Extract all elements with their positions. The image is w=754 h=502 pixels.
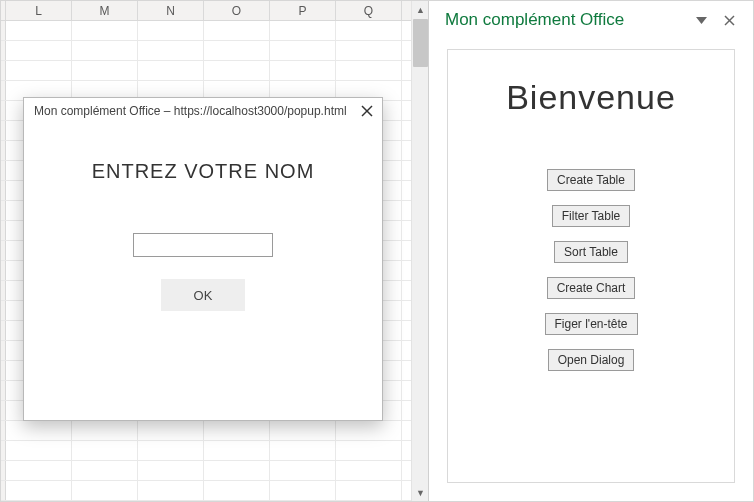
cell[interactable] — [72, 41, 138, 60]
cell[interactable] — [336, 421, 402, 440]
pane-welcome-heading: Bienvenue — [506, 78, 676, 117]
col-header[interactable]: L — [6, 1, 72, 20]
name-input[interactable] — [133, 233, 273, 257]
cell[interactable] — [6, 61, 72, 80]
cell[interactable] — [138, 41, 204, 60]
cell[interactable] — [6, 441, 72, 460]
cell[interactable] — [204, 41, 270, 60]
pane-close-button[interactable] — [715, 6, 743, 34]
cell[interactable] — [204, 421, 270, 440]
scroll-down-button[interactable]: ▼ — [412, 484, 428, 501]
cell[interactable] — [204, 481, 270, 500]
spreadsheet-area: L M N O P Q ▲ ▼ Mon complément Office – … — [1, 1, 428, 501]
cell[interactable] — [6, 41, 72, 60]
task-pane: Mon complément Office Bienvenue Create T… — [428, 1, 753, 501]
cell[interactable] — [138, 21, 204, 40]
cell[interactable] — [336, 41, 402, 60]
pane-menu-button[interactable] — [687, 6, 715, 34]
cell[interactable] — [270, 421, 336, 440]
cell[interactable] — [204, 461, 270, 480]
scroll-up-button[interactable]: ▲ — [412, 1, 428, 18]
cell[interactable] — [72, 441, 138, 460]
grid-row — [1, 61, 428, 81]
dialog-titlebar[interactable]: Mon complément Office – https://localhos… — [24, 98, 382, 124]
open-dialog-button[interactable]: Open Dialog — [548, 349, 635, 371]
cell[interactable] — [336, 441, 402, 460]
freeze-header-button[interactable]: Figer l'en-tête — [545, 313, 638, 335]
cell[interactable] — [204, 61, 270, 80]
cell[interactable] — [138, 421, 204, 440]
pane-title: Mon complément Office — [445, 10, 687, 30]
grid-row — [1, 21, 428, 41]
col-header[interactable]: Q — [336, 1, 402, 20]
cell[interactable] — [204, 441, 270, 460]
col-header[interactable]: P — [270, 1, 336, 20]
filter-table-button[interactable]: Filter Table — [552, 205, 630, 227]
cell[interactable] — [204, 21, 270, 40]
vertical-scrollbar[interactable]: ▲ ▼ — [411, 1, 428, 501]
cell[interactable] — [138, 61, 204, 80]
cell[interactable] — [138, 461, 204, 480]
cell[interactable] — [270, 481, 336, 500]
cell[interactable] — [270, 61, 336, 80]
cell[interactable] — [138, 481, 204, 500]
cell[interactable] — [138, 441, 204, 460]
grid-row — [1, 41, 428, 61]
cell[interactable] — [336, 21, 402, 40]
cell[interactable] — [336, 481, 402, 500]
cell[interactable] — [72, 21, 138, 40]
pane-button-list: Create Table Filter Table Sort Table Cre… — [545, 169, 638, 371]
cell[interactable] — [6, 421, 72, 440]
create-chart-button[interactable]: Create Chart — [547, 277, 636, 299]
cell[interactable] — [270, 441, 336, 460]
create-table-button[interactable]: Create Table — [547, 169, 635, 191]
cell[interactable] — [72, 461, 138, 480]
col-header[interactable]: N — [138, 1, 204, 20]
cell[interactable] — [270, 461, 336, 480]
grid-row — [1, 421, 428, 441]
dialog-title: Mon complément Office – https://localhos… — [34, 104, 347, 118]
grid-row — [1, 481, 428, 501]
dialog-heading: ENTREZ VOTRE NOM — [44, 160, 362, 183]
popup-dialog: Mon complément Office – https://localhos… — [23, 97, 383, 421]
cell[interactable] — [336, 461, 402, 480]
scroll-thumb[interactable] — [413, 19, 428, 67]
cell[interactable] — [6, 481, 72, 500]
svg-marker-2 — [696, 17, 707, 24]
dialog-close-button[interactable] — [358, 102, 376, 120]
sort-table-button[interactable]: Sort Table — [554, 241, 628, 263]
cell[interactable] — [336, 61, 402, 80]
cell[interactable] — [6, 21, 72, 40]
column-headers-row: L M N O P Q — [1, 1, 428, 21]
grid-row — [1, 461, 428, 481]
col-header[interactable]: M — [72, 1, 138, 20]
cell[interactable] — [72, 61, 138, 80]
ok-button[interactable]: OK — [161, 279, 245, 311]
pane-content: Bienvenue Create Table Filter Table Sort… — [447, 49, 735, 483]
cell[interactable] — [6, 461, 72, 480]
cell[interactable] — [72, 421, 138, 440]
pane-header: Mon complément Office — [429, 1, 753, 39]
grid-row — [1, 441, 428, 461]
cell[interactable] — [270, 41, 336, 60]
col-header[interactable]: O — [204, 1, 270, 20]
cell[interactable] — [270, 21, 336, 40]
cell[interactable] — [72, 481, 138, 500]
